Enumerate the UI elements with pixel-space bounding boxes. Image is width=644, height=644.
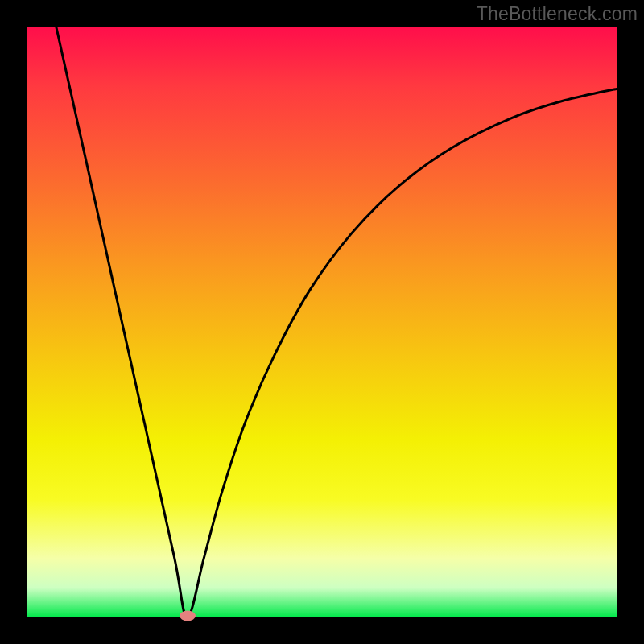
bottleneck-curve — [56, 27, 617, 617]
curve-svg — [27, 27, 617, 617]
minimum-marker — [180, 610, 196, 621]
plot-area — [27, 27, 617, 617]
chart-frame: TheBottleneck.com — [0, 0, 644, 644]
watermark-text: TheBottleneck.com — [477, 3, 638, 25]
